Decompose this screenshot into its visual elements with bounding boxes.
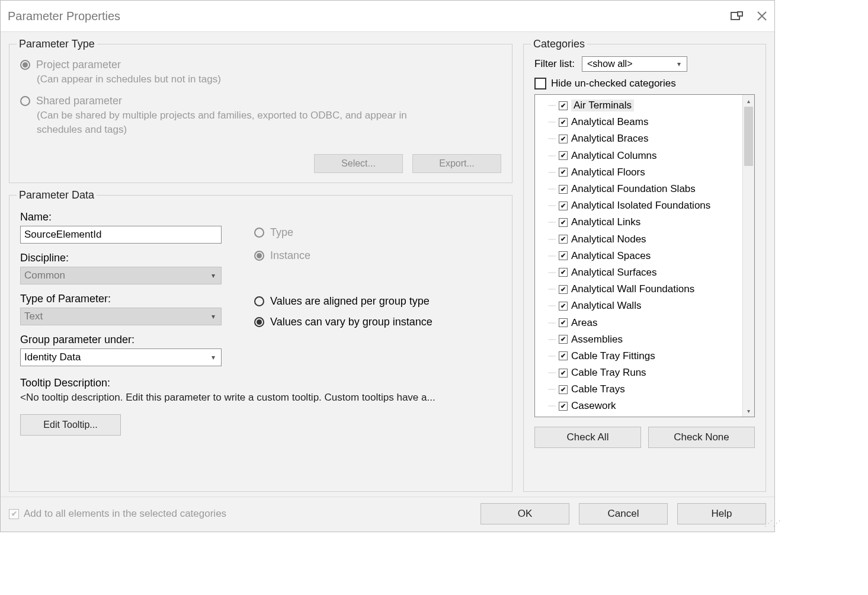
category-item[interactable]: Analytical Beams [536,114,742,130]
category-item[interactable]: Analytical Surfaces [536,264,742,281]
scroll-down-icon[interactable]: ▾ [743,405,754,417]
add-to-all-label: Add to all elements in the selected cate… [24,508,226,520]
category-label: Cable Tray Runs [571,367,646,379]
category-checkbox[interactable] [559,385,568,394]
filter-list-combo[interactable]: <show all> ▾ [582,56,687,72]
category-checkbox[interactable] [559,218,568,227]
category-checkbox[interactable] [559,251,568,260]
category-item[interactable]: Cable Tray Runs [536,364,742,381]
category-checkbox[interactable] [559,101,568,110]
close-icon[interactable] [757,11,767,21]
group-under-select[interactable]: Identity Data ▾ [20,348,222,366]
name-input[interactable] [20,226,222,244]
radio-icon [20,60,30,70]
category-checkbox[interactable] [559,369,568,378]
filter-list-value: <show all> [587,59,633,69]
category-item[interactable]: Analytical Braces [536,130,742,147]
chevron-down-icon: ▾ [208,312,219,321]
category-checkbox[interactable] [559,185,568,194]
parameter-type-legend: Parameter Type [17,38,97,50]
category-item[interactable]: Analytical Walls [536,298,742,314]
category-buttons: Check All Check None [534,427,755,448]
radio-values-vary[interactable]: Values can vary by group instance [254,316,501,328]
category-label: Analytical Columns [571,150,657,162]
category-tree: Air TerminalsAnalytical BeamsAnalytical … [534,94,755,417]
category-checkbox[interactable] [559,135,568,143]
category-item[interactable]: Analytical Nodes [536,231,742,248]
tree-branch-icon [539,369,555,377]
category-item[interactable]: Cable Trays [536,381,742,398]
chevron-down-icon: ▾ [208,271,219,280]
category-checkbox[interactable] [559,118,568,127]
scroll-up-icon[interactable]: ▴ [743,95,754,107]
tree-scrollbar[interactable]: ▴ ▾ [742,95,754,417]
category-item[interactable]: Cable Tray Fittings [536,348,742,364]
discipline-value: Common [24,270,65,281]
category-item[interactable]: Analytical Floors [536,164,742,181]
category-item[interactable]: Analytical Wall Foundations [536,281,742,298]
category-checkbox[interactable] [559,235,568,244]
category-checkbox[interactable] [559,335,568,344]
category-label: Analytical Foundation Slabs [571,183,696,195]
tooltip-label: Tooltip Description: [20,377,501,389]
category-item[interactable]: Air Terminals [536,97,742,114]
tree-branch-icon [539,135,555,143]
category-label: Cable Tray Fittings [571,350,655,362]
category-checkbox[interactable] [559,302,568,311]
param-type-buttons: Select... Export... [20,154,501,173]
category-checkbox[interactable] [559,268,568,277]
category-item[interactable]: Casework [536,398,742,414]
category-label: Analytical Nodes [571,233,646,245]
category-item[interactable]: Analytical Spaces [536,248,742,264]
category-item[interactable]: Analytical Links [536,214,742,231]
help-context-icon[interactable] [731,11,744,21]
param-data-left-col: Name: Discipline: Common ▾ Type of Param… [20,207,222,366]
category-checkbox[interactable] [559,168,568,177]
radio-icon [254,228,264,238]
tree-branch-icon [539,185,555,193]
export-button: Export... [412,154,501,173]
radio-label: Values are aligned per group type [270,295,430,308]
tree-branch-icon [539,335,555,344]
category-checkbox[interactable] [559,151,568,160]
category-item[interactable]: Analytical Foundation Slabs [536,181,742,197]
cancel-button[interactable]: Cancel [579,503,668,524]
category-label: Air Terminals [571,100,634,111]
category-tree-items: Air TerminalsAnalytical BeamsAnalytical … [535,95,742,417]
ok-button[interactable]: OK [481,503,569,524]
resize-grip-icon[interactable]: ⋰⋰ [764,522,774,531]
hide-unchecked-row[interactable]: Hide un-checked categories [534,78,755,89]
category-item[interactable]: Analytical Columns [536,148,742,164]
categories-group: Categories Filter list: <show all> ▾ Hid… [523,38,766,492]
scroll-thumb[interactable] [744,107,753,166]
dialog-window: Parameter Properties Parameter Type Proj… [0,0,775,532]
edit-tooltip-button[interactable]: Edit Tooltip... [20,414,121,436]
category-label: Analytical Walls [571,300,641,312]
radio-label: Values can vary by group instance [270,316,433,328]
category-checkbox[interactable] [559,201,568,210]
discipline-label: Discipline: [20,252,222,264]
category-checkbox[interactable] [559,285,568,294]
check-all-button[interactable]: Check All [534,427,641,448]
shared-parameter-hint: (Can be shared by multiple projects and … [37,108,416,137]
tree-branch-icon [539,118,555,126]
help-button[interactable]: Help [677,503,766,524]
check-none-button[interactable]: Check None [648,427,755,448]
radio-project-parameter: Project parameter [20,59,501,71]
group-under-label: Group parameter under: [20,334,222,346]
type-of-parameter-label: Type of Parameter: [20,293,222,305]
category-checkbox[interactable] [559,351,568,360]
category-item[interactable]: Areas [536,314,742,331]
category-checkbox[interactable] [559,318,568,327]
category-checkbox[interactable] [559,402,568,411]
hide-unchecked-checkbox[interactable] [534,78,546,89]
radio-values-aligned[interactable]: Values are aligned per group type [254,295,501,308]
tree-branch-icon [539,385,555,394]
tree-branch-icon [539,285,555,293]
category-item[interactable]: Assemblies [536,331,742,348]
category-item[interactable]: Analytical Isolated Foundations [536,197,742,214]
category-label: Analytical Isolated Foundations [571,200,710,212]
radio-instance: Instance [254,249,501,262]
footer-buttons: OK Cancel Help [481,503,766,524]
category-label: Analytical Floors [571,167,645,178]
